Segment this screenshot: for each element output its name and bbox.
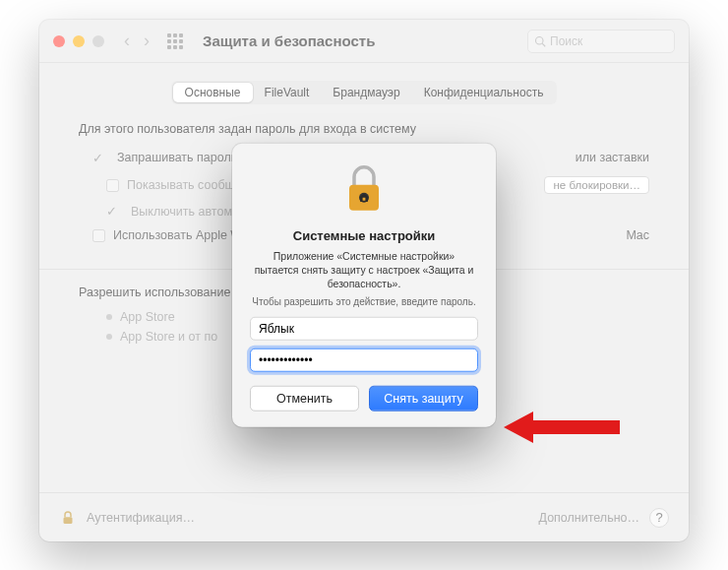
titlebar: ‹ › Защита и безопасность Поиск	[39, 20, 689, 63]
tab-privacy[interactable]: Конфиденциальность	[412, 83, 556, 102]
set-lock-message-button[interactable]: не блокировки…	[544, 176, 649, 194]
show-all-icon[interactable]	[167, 33, 183, 49]
window-title: Защита и безопасность	[203, 32, 375, 49]
password-field[interactable]	[250, 348, 478, 372]
svg-rect-2	[64, 517, 73, 524]
tab-filevault[interactable]: FileVault	[253, 83, 322, 102]
require-password-check[interactable]	[92, 151, 109, 165]
show-message-checkbox[interactable]	[106, 179, 119, 192]
radio-icon	[106, 334, 112, 340]
username-field[interactable]	[250, 317, 478, 341]
allow-appstore-label: App Store	[120, 310, 175, 324]
tab-general[interactable]: Основные	[173, 83, 253, 102]
minimize-window-button[interactable]	[73, 35, 85, 47]
cancel-button[interactable]: Отменить	[250, 386, 359, 412]
disable-autologin-check[interactable]	[106, 204, 123, 219]
apple-watch-label: Использовать Apple Wa	[113, 228, 249, 242]
svg-line-1	[542, 43, 545, 46]
dialog-hint: Чтобы разрешить это действие, введите па…	[250, 296, 478, 307]
forward-button[interactable]: ›	[144, 31, 150, 51]
allow-appstore-identified-label: App Store и от по	[120, 330, 217, 344]
auth-label[interactable]: Аутентификация…	[87, 511, 195, 525]
tab-firewall[interactable]: Брандмауэр	[321, 83, 411, 102]
segmented-control: Основные FileVault Брандмауэр Конфиденци…	[171, 81, 558, 104]
window-controls	[53, 35, 104, 47]
search-icon	[534, 35, 546, 47]
dialog-body: Приложение «Системные настройки» пытаетс…	[250, 248, 478, 290]
help-button[interactable]: ?	[649, 508, 669, 528]
search-field[interactable]: Поиск	[527, 30, 675, 53]
tab-bar: Основные FileVault Брандмауэр Конфиденци…	[39, 81, 689, 104]
unlock-button[interactable]: Снять защиту	[369, 386, 478, 412]
nav-arrows: ‹ ›	[124, 31, 150, 51]
close-window-button[interactable]	[53, 35, 65, 47]
back-button[interactable]: ‹	[124, 31, 130, 51]
dialog-title: Системные настройки	[250, 227, 478, 242]
password-section-heading: Для этого пользователя задан пароль для …	[79, 122, 649, 136]
dialog-buttons: Отменить Снять защиту	[250, 386, 478, 412]
svg-point-0	[536, 36, 544, 44]
lock-large-icon	[342, 162, 386, 214]
advanced-button[interactable]: Дополнительно…	[539, 511, 639, 525]
lock-icon[interactable]	[59, 509, 77, 527]
zoom-window-button[interactable]	[92, 35, 104, 47]
apple-watch-tail: Mac	[626, 228, 649, 242]
svg-rect-6	[363, 197, 366, 200]
footer: Аутентификация… Дополнительно… ?	[39, 492, 689, 541]
auth-dialog: Системные настройки Приложение «Системны…	[232, 143, 496, 427]
require-password-label: Запрашивать пароль	[117, 151, 237, 164]
apple-watch-checkbox[interactable]	[92, 229, 105, 242]
require-password-tail: или заставки	[576, 151, 649, 164]
radio-icon	[106, 314, 112, 320]
search-placeholder: Поиск	[550, 34, 582, 48]
